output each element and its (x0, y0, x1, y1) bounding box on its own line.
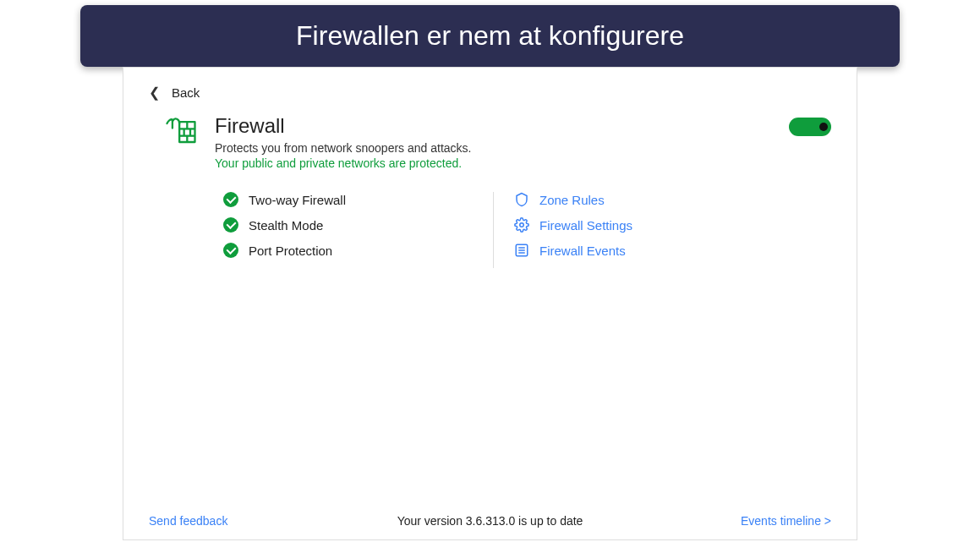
banner-text: Firewallen er nem at konfigurere (296, 20, 684, 51)
features-column: Two-way Firewall Stealth Mode Port Prote… (223, 192, 494, 268)
feature-label: Two-way Firewall (249, 193, 346, 207)
feature-item-stealth: Stealth Mode (223, 217, 476, 233)
list-icon (514, 243, 529, 258)
feature-item-port: Port Protection (223, 243, 476, 258)
link-label: Zone Rules (539, 193, 605, 207)
feature-label: Port Protection (249, 244, 332, 258)
settings-panel: ❮ Back Firewall Protects you from networ… (123, 67, 857, 540)
link-label: Firewall Events (539, 244, 626, 258)
back-label: Back (172, 85, 200, 100)
svg-point-7 (520, 223, 524, 227)
link-label: Firewall Settings (539, 218, 632, 233)
version-text: Your version 3.6.313.0 is up to date (397, 514, 583, 528)
events-timeline-link[interactable]: Events timeline > (741, 514, 831, 528)
chevron-left-icon: ❮ (149, 85, 160, 101)
firewall-toggle[interactable] (789, 118, 831, 136)
link-firewall-settings[interactable]: Firewall Settings (514, 217, 632, 233)
gear-icon (514, 217, 529, 233)
back-button[interactable]: ❮ Back (149, 85, 831, 101)
protection-status: Your public and private networks are pro… (215, 156, 774, 170)
feature-item-twoway: Two-way Firewall (223, 192, 476, 207)
check-icon (223, 192, 238, 207)
send-feedback-link[interactable]: Send feedback (149, 514, 227, 528)
shield-icon (514, 192, 529, 207)
link-zone-rules[interactable]: Zone Rules (514, 192, 632, 207)
links-column: Zone Rules Firewall Settings (494, 192, 632, 268)
page-banner: Firewallen er nem at konfigurere (80, 5, 900, 67)
check-icon (223, 217, 238, 233)
header-row: Firewall Protects you from network snoop… (162, 114, 831, 170)
link-firewall-events[interactable]: Firewall Events (514, 243, 632, 258)
page-title: Firewall (215, 114, 774, 138)
header-text: Firewall Protects you from network snoop… (215, 114, 774, 170)
toggle-knob (819, 123, 828, 131)
footer: Send feedback Your version 3.6.313.0 is … (149, 514, 831, 528)
feature-label: Stealth Mode (249, 218, 323, 233)
content-columns: Two-way Firewall Stealth Mode Port Prote… (223, 192, 831, 268)
firewall-icon (162, 114, 200, 155)
check-icon (223, 243, 238, 258)
page-subtitle: Protects you from network snoopers and a… (215, 141, 774, 155)
